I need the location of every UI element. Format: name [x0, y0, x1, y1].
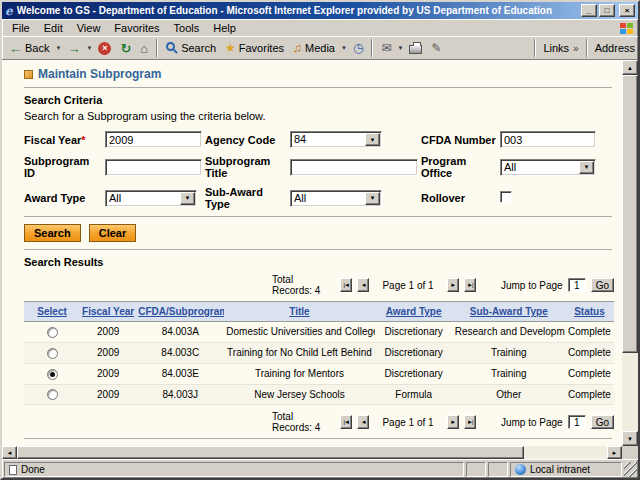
row-select-radio[interactable] [47, 348, 58, 359]
first-page-button[interactable]: |◄ [340, 415, 352, 429]
stop-icon: × [98, 42, 111, 55]
pagination-bottom: Total Records: 4 |◄ ◄ Page 1 of 1 ► ►| J… [272, 411, 614, 433]
subprogram-title-input[interactable] [290, 159, 418, 176]
favorites-button[interactable]: ★ Favorites [221, 40, 288, 56]
history-button[interactable]: ◷ [349, 40, 367, 56]
home-button[interactable]: ⌂ [136, 40, 152, 57]
subprogram-id-label: Subprogram ID [24, 155, 102, 179]
vertical-scroll-track[interactable] [622, 75, 638, 431]
scroll-down-button[interactable]: ▼ [622, 431, 638, 446]
agency-code-label: Agency Code [205, 134, 287, 146]
award-type-label: Award Type [24, 192, 102, 204]
fiscal-year-input[interactable] [105, 131, 202, 148]
prev-page-button[interactable]: ◄ [357, 415, 369, 429]
row-select-radio[interactable] [47, 327, 58, 338]
links-label[interactable]: Links [543, 42, 569, 54]
menu-edit[interactable]: Edit [37, 21, 70, 35]
cell-fiscal-year: 2009 [80, 322, 136, 343]
scroll-up-button[interactable]: ▲ [622, 60, 638, 75]
mail-button[interactable]: ✉ [377, 40, 395, 56]
ie-logo-icon: e [5, 5, 13, 17]
subprogram-id-input[interactable] [105, 159, 202, 176]
search-button[interactable]: Search [24, 224, 81, 242]
resize-grip[interactable] [624, 462, 637, 477]
back-button[interactable]: ← Back [5, 40, 53, 57]
title-bar[interactable]: e Welcome to GS - Department of Educatio… [2, 2, 638, 19]
sub-award-type-select[interactable]: All ▼ [290, 190, 382, 207]
jump-page-input[interactable] [568, 278, 586, 292]
horizontal-scroll-thumb[interactable] [17, 446, 524, 459]
menu-file[interactable]: File [5, 21, 37, 35]
cell-sub-award-type: Research and Development [453, 322, 565, 343]
refresh-button[interactable]: ↻ [116, 40, 135, 57]
dropdown-arrow-icon[interactable]: ▼ [365, 133, 380, 146]
cell-status: Complete [565, 322, 614, 343]
dropdown-arrow-icon[interactable]: ▼ [579, 161, 594, 174]
media-caret-icon[interactable]: ▼ [340, 45, 348, 51]
browser-window: e Welcome to GS - Department of Educatio… [0, 0, 640, 480]
print-icon [409, 45, 422, 54]
scroll-left-button[interactable]: ◄ [2, 446, 17, 459]
toolbar-separator [586, 39, 588, 57]
minimize-button[interactable]: _ [581, 4, 597, 17]
program-office-select[interactable]: All ▼ [500, 159, 596, 176]
mail-caret-icon[interactable]: ▼ [396, 45, 404, 51]
divider [24, 438, 612, 439]
zone-label: Local intranet [530, 464, 590, 475]
scroll-right-button[interactable]: ► [607, 446, 622, 459]
forward-history-caret-icon[interactable]: ▼ [85, 45, 93, 51]
maximize-button[interactable]: □ [599, 4, 615, 17]
media-button[interactable]: ♫ Media [289, 40, 339, 56]
rollover-label: Rollover [421, 192, 497, 204]
horizontal-scroll-track[interactable] [17, 446, 607, 459]
stop-button[interactable]: × [94, 40, 115, 57]
jump-page-input[interactable] [568, 415, 586, 429]
search-criteria-form: Fiscal Year* Agency Code 84 ▼ CFDA Numbe… [24, 131, 614, 210]
menu-view[interactable]: View [70, 21, 108, 35]
col-header-cfda-subprogram[interactable]: CFDA/Subprogram [136, 302, 224, 322]
clear-button[interactable]: Clear [89, 224, 137, 242]
go-button[interactable]: Go [591, 415, 614, 429]
col-header-select[interactable]: Select [24, 302, 80, 322]
col-header-title[interactable]: Title [224, 302, 374, 322]
menu-tools[interactable]: Tools [167, 21, 207, 35]
go-button[interactable]: Go [591, 278, 614, 292]
horizontal-scrollbar[interactable]: ◄ ► [2, 446, 622, 459]
award-type-select[interactable]: All ▼ [105, 190, 197, 207]
close-button[interactable]: × [619, 4, 635, 17]
required-asterisk: * [81, 134, 85, 146]
next-page-button[interactable]: ► [447, 278, 459, 292]
cfda-number-input[interactable] [500, 131, 596, 148]
first-page-button[interactable]: |◄ [340, 278, 352, 292]
col-header-sub-award-type[interactable]: Sub-Award Type [453, 302, 565, 322]
cell-cfda: 84.003E [136, 363, 224, 384]
row-select-radio[interactable] [47, 369, 58, 380]
last-page-button[interactable]: ►| [464, 278, 476, 292]
vertical-scrollbar[interactable]: ▲ ▼ [622, 60, 638, 446]
menu-favorites[interactable]: Favorites [107, 21, 166, 35]
edit-icon: ✎ [431, 42, 441, 54]
col-header-award-type[interactable]: Award Type [375, 302, 453, 322]
dropdown-arrow-icon[interactable]: ▼ [365, 192, 380, 205]
search-label: Search [181, 42, 216, 54]
dropdown-arrow-icon[interactable]: ▼ [180, 192, 195, 205]
menu-help[interactable]: Help [206, 21, 243, 35]
col-header-fiscal-year[interactable]: Fiscal Year [80, 302, 136, 322]
col-header-status[interactable]: Status [565, 302, 614, 322]
search-criteria-heading: Search Criteria [24, 94, 614, 106]
links-chevron-icon[interactable]: » [573, 43, 579, 54]
prev-page-button[interactable]: ◄ [357, 278, 369, 292]
rollover-checkbox[interactable] [500, 191, 512, 203]
forward-button[interactable]: → [63, 40, 84, 57]
cell-status: Complete [565, 342, 614, 363]
edit-button[interactable]: ✎ [427, 40, 445, 56]
back-history-caret-icon[interactable]: ▼ [54, 45, 62, 51]
fiscal-year-label-text: Fiscal Year [24, 134, 81, 146]
vertical-scroll-thumb[interactable] [622, 75, 638, 353]
agency-code-select[interactable]: 84 ▼ [290, 131, 382, 148]
last-page-button[interactable]: ►| [464, 415, 476, 429]
row-select-radio[interactable] [47, 389, 58, 400]
toolbar-search-button[interactable]: Search [162, 40, 220, 56]
next-page-button[interactable]: ► [447, 415, 459, 429]
print-button[interactable] [405, 40, 426, 56]
